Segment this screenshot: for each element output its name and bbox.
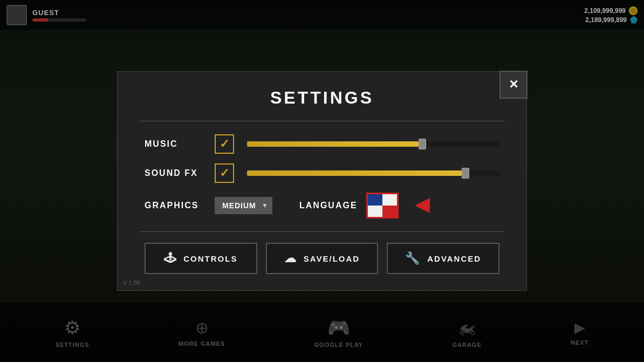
top-divider: [139, 121, 505, 121]
advanced-button[interactable]: 🔧 ADVANCED: [387, 243, 499, 274]
language-flag-wrapper: [366, 193, 399, 218]
music-slider-container[interactable]: [247, 141, 499, 147]
bottom-divider: [139, 231, 505, 232]
soundfx-slider-track: [247, 170, 499, 176]
soundfx-slider-container[interactable]: [247, 170, 499, 176]
flag-white-1: [382, 194, 397, 206]
controls-button[interactable]: 🕹 CONTROLS: [145, 243, 257, 274]
flag-red-1: [382, 206, 397, 217]
language-label: LANGUAGE: [299, 201, 358, 210]
flag-inner: [368, 194, 397, 217]
music-checkbox-wrapper[interactable]: ✓: [215, 134, 234, 154]
settings-modal: ✕ SETTINGS MUSIC ✓ SOUND FX: [117, 71, 527, 291]
soundfx-checkbox[interactable]: ✓: [215, 163, 234, 183]
soundfx-row: SOUND FX ✓: [145, 163, 499, 183]
graphics-select-wrapper[interactable]: LOW MEDIUM HIGH ▼: [215, 197, 272, 214]
music-slider-fill: [247, 141, 419, 147]
music-checkmark: ✓: [220, 138, 229, 150]
save-load-icon: ☁: [284, 251, 297, 265]
language-section: LANGUAGE: [299, 193, 399, 218]
music-checkbox[interactable]: ✓: [215, 134, 234, 154]
flag-blue-1: [368, 194, 382, 206]
music-slider-track: [247, 141, 499, 147]
graphics-label: GRAPHICS: [145, 201, 215, 210]
music-row: MUSIC ✓: [145, 134, 499, 154]
soundfx-checkmark: ✓: [220, 167, 229, 179]
controls-label: CONTROLS: [183, 254, 237, 263]
save-load-button[interactable]: ☁ SAVE/LOAD: [266, 243, 379, 274]
advanced-label: ADVANCED: [427, 254, 481, 263]
arrow-shape: [415, 198, 430, 213]
graphics-select[interactable]: LOW MEDIUM HIGH: [215, 197, 272, 214]
soundfx-label: SOUND FX: [145, 168, 215, 178]
music-label: MUSIC: [145, 139, 215, 149]
flag-white-2: [368, 206, 382, 217]
save-load-label: SAVE/LOAD: [304, 254, 360, 263]
arrow-indicator: [415, 198, 430, 213]
close-icon: ✕: [509, 78, 518, 92]
settings-title: SETTINGS: [145, 88, 499, 108]
bottom-buttons: 🕹 CONTROLS ☁ SAVE/LOAD 🔧 ADVANCED: [145, 243, 499, 274]
close-button[interactable]: ✕: [499, 71, 527, 99]
version-text: V 1.98: [123, 279, 140, 286]
graphics-language-row: GRAPHICS LOW MEDIUM HIGH ▼ LANGUAGE: [145, 193, 499, 218]
soundfx-slider-thumb: [462, 168, 469, 179]
soundfx-checkbox-wrapper[interactable]: ✓: [215, 163, 234, 183]
advanced-icon: 🔧: [405, 251, 421, 265]
controls-icon: 🕹: [164, 251, 177, 265]
soundfx-slider-fill: [247, 170, 462, 176]
music-slider-thumb: [419, 139, 426, 149]
language-flag-button[interactable]: [366, 193, 399, 218]
modal-overlay: ✕ SETTINGS MUSIC ✓ SOUND FX: [0, 0, 644, 362]
